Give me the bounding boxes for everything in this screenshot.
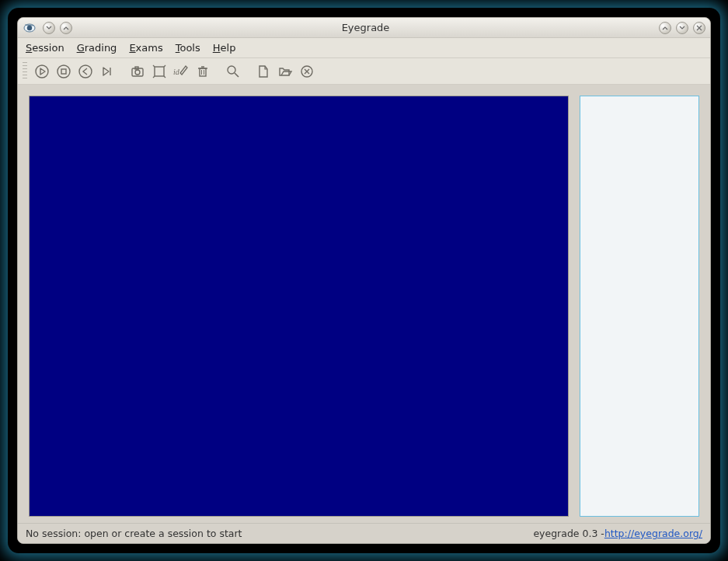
menu-tools[interactable]: Tools (176, 42, 200, 54)
search-icon[interactable] (223, 61, 243, 82)
menu-grading[interactable]: Grading (77, 42, 117, 54)
play-icon[interactable] (32, 61, 52, 82)
version-label: eyegrade 0.3 - (533, 528, 604, 539)
edit-id-icon[interactable]: id (171, 61, 191, 82)
svg-point-6 (79, 65, 92, 78)
svg-point-4 (57, 65, 70, 78)
menu-exams[interactable]: Exams (129, 42, 162, 54)
status-message: No session: open or create a session to … (26, 528, 242, 539)
stop-icon[interactable] (54, 61, 74, 82)
cancel-circle-icon[interactable] (297, 61, 317, 82)
svg-rect-11 (155, 67, 164, 76)
svg-rect-17 (200, 68, 206, 76)
minimize-button[interactable] (659, 22, 671, 34)
separator-icon (218, 63, 218, 80)
svg-point-22 (228, 66, 235, 74)
svg-rect-5 (61, 69, 66, 74)
camera-view (29, 96, 569, 517)
svg-line-13 (164, 65, 165, 67)
svg-point-1 (27, 25, 32, 30)
titlebar-rollup-button[interactable] (60, 22, 72, 34)
side-panel (580, 96, 699, 517)
close-button[interactable] (693, 22, 705, 34)
separator-icon (122, 63, 123, 80)
svg-point-9 (135, 70, 140, 75)
separator-icon (248, 63, 249, 80)
svg-line-12 (153, 65, 155, 67)
homepage-link[interactable]: http://eyegrade.org/ (604, 528, 702, 539)
svg-point-3 (36, 65, 48, 78)
new-file-icon[interactable] (253, 61, 273, 82)
trash-icon[interactable] (193, 61, 213, 82)
svg-line-15 (164, 76, 165, 78)
svg-line-14 (153, 76, 155, 78)
content-area (18, 85, 710, 523)
next-icon[interactable] (97, 61, 117, 82)
titlebar: Eyegrade (18, 18, 710, 38)
svg-text:id: id (173, 68, 180, 76)
menu-help[interactable]: Help (213, 42, 236, 54)
toolbar: id (18, 58, 710, 85)
app-window: Eyegrade Session Grading Exams Tools Hel… (17, 17, 711, 544)
statusbar: No session: open or create a session to … (18, 523, 710, 543)
camera-icon[interactable] (127, 61, 148, 82)
toolbar-grip (23, 62, 27, 81)
menubar: Session Grading Exams Tools Help (18, 38, 710, 58)
window-title: Eyegrade (72, 22, 659, 33)
titlebar-menu-button[interactable] (43, 22, 55, 34)
open-folder-icon[interactable] (275, 61, 295, 82)
back-icon[interactable] (75, 61, 96, 82)
app-icon (23, 21, 37, 35)
maximize-button[interactable] (676, 22, 688, 34)
svg-line-23 (235, 73, 239, 77)
menu-session[interactable]: Session (26, 42, 64, 54)
crop-icon[interactable] (149, 61, 169, 82)
